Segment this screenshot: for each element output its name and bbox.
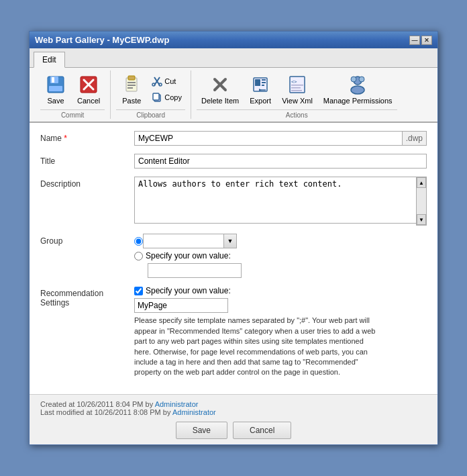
permissions-icon <box>347 74 368 95</box>
svg-rect-28 <box>291 85 303 86</box>
clipboard-small-col: Cut Copy <box>148 74 185 105</box>
svg-rect-9 <box>127 82 136 83</box>
ribbon-group-actions: Delete Item <box>191 70 403 119</box>
group-field: ▼ Specify your own value: <box>134 234 427 278</box>
group-row: Group ▼ Specify your own value: <box>40 234 427 278</box>
rec-section: Specify your own value: Please specify s… <box>134 286 427 377</box>
dialog: Web Part Gallery - MyCEWP.dwp — ✕ Edit <box>29 31 438 444</box>
svg-rect-3 <box>49 86 62 91</box>
required-star: * <box>64 134 67 143</box>
title-bar-controls: — ✕ <box>409 36 432 45</box>
cut-ribbon-button[interactable]: Cut <box>148 74 185 89</box>
group-dropdown-row: ▼ <box>134 234 427 248</box>
tab-edit[interactable]: Edit <box>34 52 65 68</box>
footer-save-button[interactable]: Save <box>176 422 227 439</box>
paste-ribbon-button[interactable]: Paste <box>116 70 147 108</box>
name-suffix: .dwp <box>403 131 427 146</box>
commit-buttons: Save Cancel <box>40 70 105 108</box>
rec-value-input[interactable] <box>134 298 228 313</box>
group-radio-2[interactable] <box>134 252 143 260</box>
ribbon: Save Cancel Commit <box>30 68 437 123</box>
svg-point-34 <box>359 77 364 82</box>
modified-info: Last modified at 10/26/2011 8:08 PM by A… <box>40 408 427 416</box>
minimize-button[interactable]: — <box>409 36 420 45</box>
description-scrollbar[interactable]: ▲ ▼ <box>416 177 427 226</box>
rec-checkbox-label: Specify your own value: <box>146 286 231 295</box>
ribbon-group-commit: Save Cancel Commit <box>35 70 111 119</box>
save-ribbon-label: Save <box>47 97 64 105</box>
rec-checkbox-row: Specify your own value: <box>134 286 427 295</box>
svg-rect-11 <box>127 87 133 89</box>
viewxml-ribbon-button[interactable]: <> View Xml <box>277 70 317 108</box>
group-section: ▼ Specify your own value: <box>134 234 427 278</box>
rec-checkbox[interactable] <box>134 287 143 295</box>
title-bar: Web Part Gallery - MyCEWP.dwp — ✕ <box>30 32 437 48</box>
save-ribbon-button[interactable]: Save <box>40 70 71 108</box>
group-dropdown-btn[interactable]: ▼ <box>223 234 237 248</box>
svg-rect-17 <box>153 93 159 100</box>
export-ribbon-label: Export <box>250 97 271 105</box>
copy-ribbon-button[interactable]: Copy <box>148 90 185 105</box>
clipboard-group-label: Clipboard <box>116 109 185 119</box>
svg-rect-24 <box>262 85 264 86</box>
permissions-ribbon-button[interactable]: Manage Permissions <box>319 70 397 108</box>
svg-rect-8 <box>128 76 135 80</box>
svg-rect-23 <box>262 82 266 83</box>
scroll-up[interactable]: ▲ <box>417 177 426 188</box>
created-text: Created at 10/26/2011 8:04 PM by <box>40 400 153 408</box>
svg-rect-22 <box>262 79 266 81</box>
name-label: Name * <box>40 131 134 143</box>
svg-rect-30 <box>291 90 302 91</box>
svg-point-15 <box>159 83 162 86</box>
delete-icon <box>209 74 231 95</box>
svg-rect-2 <box>52 77 54 83</box>
copy-icon <box>152 92 162 103</box>
svg-rect-29 <box>291 87 301 89</box>
footer-cancel-button[interactable]: Cancel <box>233 422 291 439</box>
group-radio-2-label: Specify your own value: <box>146 251 231 260</box>
viewxml-ribbon-label: View Xml <box>282 97 313 105</box>
description-field: Allows authors to enter rich text conten… <box>134 177 427 226</box>
svg-rect-21 <box>255 79 260 86</box>
created-info: Created at 10/26/2011 8:04 PM by Adminis… <box>40 400 427 408</box>
svg-text:<>: <> <box>291 79 297 85</box>
group-radio-1[interactable] <box>134 237 143 246</box>
save-icon <box>45 74 66 95</box>
cut-icon <box>152 76 162 87</box>
tab-bar: Edit <box>30 48 437 68</box>
rec-description: Please specify site template names separ… <box>134 316 376 377</box>
actions-group-label: Actions <box>197 109 397 119</box>
export-icon <box>250 74 271 95</box>
title-input[interactable] <box>134 154 427 169</box>
title-row: Title <box>40 154 427 169</box>
textarea-container: Allows authors to enter rich text conten… <box>134 177 427 226</box>
name-input[interactable] <box>134 131 403 146</box>
created-by-link[interactable]: Administrator <box>155 400 199 408</box>
paste-icon <box>121 74 142 95</box>
commit-group-label: Commit <box>40 109 105 119</box>
svg-rect-10 <box>127 85 136 86</box>
cancel-ribbon-label: Cancel <box>77 97 100 105</box>
group-own-value-input[interactable] <box>148 263 242 278</box>
description-label: Description <box>40 177 134 189</box>
modified-by-link[interactable]: Administrator <box>172 408 216 416</box>
delete-ribbon-button[interactable]: Delete Item <box>197 70 244 108</box>
name-field: .dwp <box>134 131 427 146</box>
svg-point-33 <box>351 77 356 82</box>
cancel-ribbon-button[interactable]: Cancel <box>72 70 105 108</box>
title-field <box>134 154 427 169</box>
group-dropdown-input[interactable] <box>143 234 223 248</box>
group-label: Group <box>40 234 134 246</box>
description-textarea[interactable]: Allows authors to enter rich text conten… <box>134 177 427 224</box>
copy-ribbon-label: Copy <box>164 93 182 101</box>
scroll-down[interactable]: ▼ <box>417 214 426 225</box>
close-button[interactable]: ✕ <box>421 36 432 45</box>
action-buttons: Delete Item <box>197 70 397 108</box>
group-radio-2-row: Specify your own value: <box>134 251 427 260</box>
name-row: Name * .dwp <box>40 131 427 146</box>
form-content: Name * .dwp Title Description Allows au <box>30 123 437 393</box>
viewxml-icon: <> <box>287 74 308 95</box>
export-ribbon-button[interactable]: Export <box>245 70 276 108</box>
footer-buttons: Save Cancel <box>40 422 427 439</box>
delete-ribbon-label: Delete Item <box>201 97 239 105</box>
